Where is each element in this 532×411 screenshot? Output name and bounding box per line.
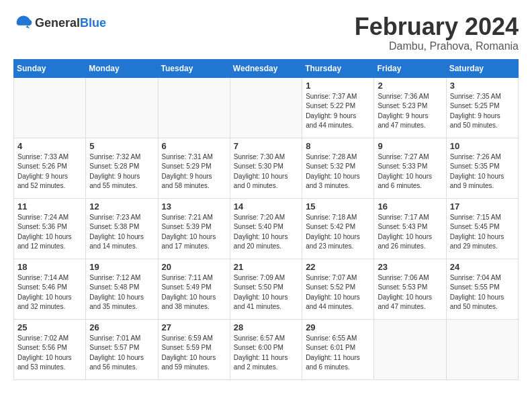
day-number: 7 bbox=[234, 141, 298, 151]
calendar-cell: 2Sunrise: 7:36 AM Sunset: 5:23 PM Daylig… bbox=[374, 77, 446, 138]
day-number: 22 bbox=[306, 262, 370, 272]
col-header-saturday: Saturday bbox=[446, 59, 518, 77]
day-number: 10 bbox=[450, 141, 515, 151]
calendar-cell bbox=[230, 77, 302, 138]
day-detail: Sunrise: 7:30 AM Sunset: 5:30 PM Dayligh… bbox=[234, 152, 298, 191]
logo-general: General bbox=[35, 16, 80, 30]
day-number: 4 bbox=[17, 141, 82, 151]
col-header-friday: Friday bbox=[374, 59, 446, 77]
calendar-cell bbox=[374, 319, 446, 379]
month-year-title: February 2024 bbox=[355, 13, 519, 40]
day-detail: Sunrise: 7:26 AM Sunset: 5:35 PM Dayligh… bbox=[450, 152, 515, 191]
calendar-cell: 29Sunrise: 6:55 AM Sunset: 6:01 PM Dayli… bbox=[302, 319, 374, 379]
col-header-wednesday: Wednesday bbox=[230, 59, 302, 77]
day-number: 3 bbox=[450, 81, 515, 91]
calendar-cell: 4Sunrise: 7:33 AM Sunset: 5:26 PM Daylig… bbox=[14, 138, 86, 198]
calendar-cell: 19Sunrise: 7:12 AM Sunset: 5:48 PM Dayli… bbox=[86, 259, 158, 319]
day-number: 11 bbox=[17, 201, 82, 212]
day-detail: Sunrise: 7:21 AM Sunset: 5:39 PM Dayligh… bbox=[162, 213, 226, 252]
day-number: 12 bbox=[89, 201, 154, 212]
calendar-cell: 14Sunrise: 7:20 AM Sunset: 5:40 PM Dayli… bbox=[230, 198, 302, 259]
day-detail: Sunrise: 6:55 AM Sunset: 6:01 PM Dayligh… bbox=[306, 334, 370, 373]
calendar-table: SundayMondayTuesdayWednesdayThursdayFrid… bbox=[13, 59, 519, 380]
col-header-tuesday: Tuesday bbox=[158, 59, 230, 77]
day-detail: Sunrise: 7:04 AM Sunset: 5:55 PM Dayligh… bbox=[450, 273, 515, 312]
page-header: GeneralBlue February 2024 Dambu, Prahova… bbox=[13, 13, 519, 52]
logo-text: GeneralBlue bbox=[35, 16, 106, 30]
calendar-cell: 28Sunrise: 6:57 AM Sunset: 6:00 PM Dayli… bbox=[230, 319, 302, 379]
day-detail: Sunrise: 7:12 AM Sunset: 5:48 PM Dayligh… bbox=[89, 273, 154, 312]
day-detail: Sunrise: 7:11 AM Sunset: 5:49 PM Dayligh… bbox=[162, 273, 226, 312]
day-number: 29 bbox=[306, 322, 370, 332]
calendar-cell bbox=[14, 77, 86, 138]
day-number: 28 bbox=[234, 322, 298, 332]
day-number: 15 bbox=[306, 201, 370, 212]
calendar-cell: 12Sunrise: 7:23 AM Sunset: 5:38 PM Dayli… bbox=[86, 198, 158, 259]
title-section: February 2024 Dambu, Prahova, Romania bbox=[355, 13, 519, 52]
day-detail: Sunrise: 7:35 AM Sunset: 5:25 PM Dayligh… bbox=[450, 92, 515, 131]
calendar-cell: 15Sunrise: 7:18 AM Sunset: 5:42 PM Dayli… bbox=[302, 198, 374, 259]
day-detail: Sunrise: 6:59 AM Sunset: 5:59 PM Dayligh… bbox=[162, 334, 226, 373]
day-number: 6 bbox=[162, 141, 226, 151]
day-number: 16 bbox=[378, 201, 442, 212]
calendar-cell: 7Sunrise: 7:30 AM Sunset: 5:30 PM Daylig… bbox=[230, 138, 302, 198]
day-detail: Sunrise: 7:07 AM Sunset: 5:52 PM Dayligh… bbox=[306, 273, 370, 312]
logo-blue: Blue bbox=[80, 16, 106, 30]
day-number: 27 bbox=[162, 322, 226, 332]
day-detail: Sunrise: 7:15 AM Sunset: 5:45 PM Dayligh… bbox=[450, 213, 515, 252]
logo: GeneralBlue bbox=[13, 13, 106, 32]
calendar-cell: 11Sunrise: 7:24 AM Sunset: 5:36 PM Dayli… bbox=[14, 198, 86, 259]
calendar-cell: 23Sunrise: 7:06 AM Sunset: 5:53 PM Dayli… bbox=[374, 259, 446, 319]
day-detail: Sunrise: 7:32 AM Sunset: 5:28 PM Dayligh… bbox=[89, 152, 154, 191]
day-number: 17 bbox=[450, 201, 515, 212]
day-number: 1 bbox=[306, 81, 370, 91]
day-detail: Sunrise: 7:18 AM Sunset: 5:42 PM Dayligh… bbox=[306, 213, 370, 252]
col-header-thursday: Thursday bbox=[302, 59, 374, 77]
day-number: 24 bbox=[450, 262, 515, 272]
day-number: 26 bbox=[89, 322, 154, 332]
day-detail: Sunrise: 7:14 AM Sunset: 5:46 PM Dayligh… bbox=[17, 273, 82, 312]
calendar-cell: 8Sunrise: 7:28 AM Sunset: 5:32 PM Daylig… bbox=[302, 138, 374, 198]
col-header-monday: Monday bbox=[86, 59, 158, 77]
day-number: 2 bbox=[378, 81, 442, 91]
calendar-cell bbox=[158, 77, 230, 138]
day-detail: Sunrise: 6:57 AM Sunset: 6:00 PM Dayligh… bbox=[234, 334, 298, 373]
day-detail: Sunrise: 7:02 AM Sunset: 5:56 PM Dayligh… bbox=[17, 334, 82, 373]
calendar-cell: 18Sunrise: 7:14 AM Sunset: 5:46 PM Dayli… bbox=[14, 259, 86, 319]
day-detail: Sunrise: 7:33 AM Sunset: 5:26 PM Dayligh… bbox=[17, 152, 82, 191]
day-number: 8 bbox=[306, 141, 370, 151]
calendar-cell: 21Sunrise: 7:09 AM Sunset: 5:50 PM Dayli… bbox=[230, 259, 302, 319]
day-number: 9 bbox=[378, 141, 442, 151]
day-number: 13 bbox=[162, 201, 226, 212]
col-header-sunday: Sunday bbox=[14, 59, 86, 77]
day-detail: Sunrise: 7:01 AM Sunset: 5:57 PM Dayligh… bbox=[89, 334, 154, 373]
calendar-cell: 5Sunrise: 7:32 AM Sunset: 5:28 PM Daylig… bbox=[86, 138, 158, 198]
logo-icon bbox=[13, 13, 32, 32]
day-detail: Sunrise: 7:36 AM Sunset: 5:23 PM Dayligh… bbox=[378, 92, 442, 131]
calendar-cell bbox=[86, 77, 158, 138]
day-detail: Sunrise: 7:24 AM Sunset: 5:36 PM Dayligh… bbox=[17, 213, 82, 252]
day-number: 19 bbox=[89, 262, 154, 272]
calendar-cell: 10Sunrise: 7:26 AM Sunset: 5:35 PM Dayli… bbox=[446, 138, 518, 198]
day-detail: Sunrise: 7:31 AM Sunset: 5:29 PM Dayligh… bbox=[162, 152, 226, 191]
day-number: 21 bbox=[234, 262, 298, 272]
day-detail: Sunrise: 7:20 AM Sunset: 5:40 PM Dayligh… bbox=[234, 213, 298, 252]
day-number: 14 bbox=[234, 201, 298, 212]
day-number: 25 bbox=[17, 322, 82, 332]
calendar-cell: 17Sunrise: 7:15 AM Sunset: 5:45 PM Dayli… bbox=[446, 198, 518, 259]
calendar-cell: 26Sunrise: 7:01 AM Sunset: 5:57 PM Dayli… bbox=[86, 319, 158, 379]
day-detail: Sunrise: 7:28 AM Sunset: 5:32 PM Dayligh… bbox=[306, 152, 370, 191]
day-number: 18 bbox=[17, 262, 82, 272]
day-detail: Sunrise: 7:37 AM Sunset: 5:22 PM Dayligh… bbox=[306, 92, 370, 131]
location-subtitle: Dambu, Prahova, Romania bbox=[355, 40, 519, 52]
day-detail: Sunrise: 7:17 AM Sunset: 5:43 PM Dayligh… bbox=[378, 213, 442, 252]
calendar-cell bbox=[446, 319, 518, 379]
calendar-cell: 16Sunrise: 7:17 AM Sunset: 5:43 PM Dayli… bbox=[374, 198, 446, 259]
day-detail: Sunrise: 7:23 AM Sunset: 5:38 PM Dayligh… bbox=[89, 213, 154, 252]
calendar-cell: 9Sunrise: 7:27 AM Sunset: 5:33 PM Daylig… bbox=[374, 138, 446, 198]
day-number: 5 bbox=[89, 141, 154, 151]
calendar-cell: 20Sunrise: 7:11 AM Sunset: 5:49 PM Dayli… bbox=[158, 259, 230, 319]
calendar-cell: 1Sunrise: 7:37 AM Sunset: 5:22 PM Daylig… bbox=[302, 77, 374, 138]
day-detail: Sunrise: 7:06 AM Sunset: 5:53 PM Dayligh… bbox=[378, 273, 442, 312]
calendar-cell: 13Sunrise: 7:21 AM Sunset: 5:39 PM Dayli… bbox=[158, 198, 230, 259]
